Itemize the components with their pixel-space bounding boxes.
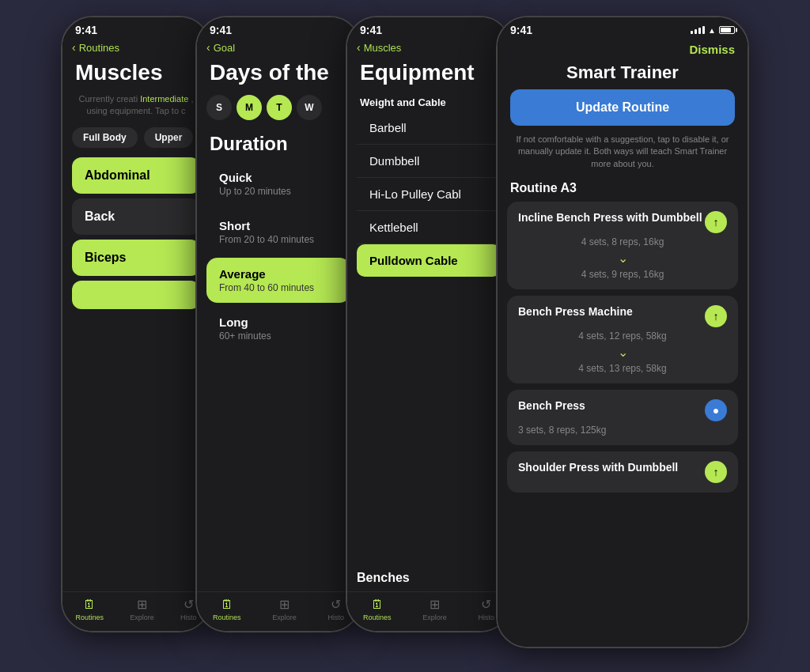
tab-history-2[interactable]: ↺ Histo: [328, 597, 345, 621]
filter-tabs-1: Full Body Upper: [62, 123, 210, 153]
day-sunday[interactable]: S: [206, 95, 232, 120]
tab-routines-1[interactable]: 🗓 Routines: [76, 598, 104, 621]
exercise-badge-3: ●: [705, 399, 727, 421]
duration-short-sub: From 20 to 40 minutes: [219, 234, 338, 245]
exercise-sets-old-1: 4 sets, 8 reps, 16kg: [518, 236, 727, 247]
signal-bar-4: [702, 26, 705, 34]
routines-icon-1: 🗓: [83, 598, 96, 612]
intermediate-highlight: Intermediate: [140, 94, 188, 104]
chevron-icon-2: ‹: [206, 41, 210, 54]
duration-long-sub: 60+ minutes: [219, 330, 338, 342]
duration-quick-name: Quick: [219, 171, 338, 184]
signal-bar-2: [695, 29, 697, 34]
tab-explore-1[interactable]: ⊞ Explore: [130, 597, 154, 621]
exercise-sets-new-2: 4 sets, 13 reps, 58kg: [518, 363, 727, 374]
screenshot-container: 9:41 ‹ Routines Muscles Currently creati…: [0, 0, 810, 672]
muscle-list: Abdominal Back Biceps: [62, 153, 210, 591]
battery-icon-4: [719, 26, 735, 34]
muscle-item-extra[interactable]: [72, 281, 200, 309]
duration-section-title: Duration: [197, 126, 360, 158]
dismiss-button[interactable]: Dismiss: [498, 40, 748, 59]
duration-average[interactable]: Average From 40 to 60 minutes: [206, 258, 350, 303]
exercise-arrow-2: ⌄: [518, 345, 727, 360]
duration-quick-sub: Up to 20 minutes: [219, 186, 338, 197]
time-2: 9:41: [210, 24, 232, 36]
exercise-name-4: Shoulder Press with Dumbbell: [518, 461, 705, 474]
exercise-name-1: Incline Bench Press with Dumbbell: [518, 211, 705, 224]
duration-short-name: Short: [219, 219, 338, 232]
equipment-hilo[interactable]: Hi-Lo Pulley Cabl: [357, 178, 501, 211]
equipment-section-weight: Weight and Cable: [347, 92, 510, 111]
exercise-badge-1: ↑: [705, 211, 727, 233]
nav-back-3[interactable]: ‹ Muscles: [347, 40, 510, 57]
exercise-cards: Incline Bench Press with Dumbbell ↑ 4 se…: [498, 202, 748, 647]
subtitle-text-1: Currently creati: [79, 94, 138, 104]
exercise-card-1[interactable]: Incline Bench Press with Dumbbell ↑ 4 se…: [507, 202, 738, 289]
muscle-item-back[interactable]: Back: [72, 198, 200, 235]
equipment-pulldown[interactable]: Pulldown Cable: [357, 244, 501, 277]
explore-icon-2: ⊞: [279, 597, 290, 612]
update-routine-button[interactable]: Update Routine: [510, 89, 735, 126]
routines-icon-3: 🗓: [371, 598, 384, 612]
duration-short[interactable]: Short From 20 to 40 minutes: [206, 210, 350, 255]
modal-subtitle: If not comfortable with a suggestion, ta…: [498, 134, 748, 178]
equipment-weight-list: Barbell Dumbbell Hi-Lo Pulley Cabl Kettl…: [347, 111, 510, 564]
duration-quick[interactable]: Quick Up to 20 minutes: [206, 161, 350, 206]
muscle-item-biceps[interactable]: Biceps: [72, 240, 200, 276]
tab-history-3[interactable]: ↺ Histo: [479, 597, 495, 621]
screen-equipment: 9:41 ‹ Muscles Equipment Weight and Cabl…: [347, 17, 510, 631]
status-bar-2: 9:41: [197, 17, 360, 40]
status-icons-4: ▲: [691, 26, 735, 35]
nav-back-1[interactable]: ‹ Routines: [62, 40, 210, 57]
equipment-dumbbell[interactable]: Dumbbell: [357, 145, 501, 178]
status-bar-4: 9:41 ▲: [498, 17, 748, 40]
tab-history-label-2: Histo: [328, 613, 345, 621]
routines-icon-2: 🗓: [221, 598, 233, 612]
tab-bar-2: 🗓 Routines ⊞ Explore ↺ Histo: [197, 591, 360, 631]
day-tuesday[interactable]: T: [267, 95, 292, 120]
duration-average-name: Average: [219, 267, 338, 281]
explore-icon-1: ⊞: [137, 597, 147, 612]
exercise-sets-single-3: 3 sets, 8 reps, 125kg: [518, 425, 727, 436]
muscle-item-abdominal[interactable]: Abdominal: [72, 157, 200, 194]
status-bar-1: 9:41: [62, 17, 210, 40]
exercise-card-4[interactable]: Shoulder Press with Dumbbell ↑: [507, 451, 738, 493]
signal-bar-3: [698, 28, 701, 34]
exercise-sets-old-2: 4 sets, 12 reps, 58kg: [518, 330, 727, 342]
exercise-card-2[interactable]: Bench Press Machine ↑ 4 sets, 12 reps, 5…: [507, 296, 738, 383]
equipment-kettlebell[interactable]: Kettlebell: [357, 211, 501, 244]
exercise-badge-4: ↑: [705, 461, 727, 483]
exercise-badge-2: ↑: [705, 305, 727, 327]
nav-back-label-1: Routines: [79, 42, 119, 54]
filter-tab-upper[interactable]: Upper: [144, 127, 194, 148]
equipment-barbell[interactable]: Barbell: [357, 111, 501, 145]
exercise-card-4-header: Shoulder Press with Dumbbell ↑: [518, 461, 727, 483]
duration-long[interactable]: Long 60+ minutes: [206, 306, 350, 351]
equipment-section-benches: Benches: [347, 564, 510, 588]
exercise-card-3[interactable]: Bench Press ● 3 sets, 8 reps, 125kg: [507, 390, 738, 445]
signal-bar-1: [691, 31, 693, 34]
exercise-card-1-header: Incline Bench Press with Dumbbell ↑: [518, 211, 727, 233]
exercise-sets-new-1: 4 sets, 9 reps, 16kg: [518, 269, 727, 280]
time-4: 9:41: [510, 24, 532, 36]
filter-tab-fullbody[interactable]: Full Body: [72, 127, 138, 148]
chevron-icon-3: ‹: [357, 41, 361, 54]
status-bar-3: 9:41: [347, 17, 510, 40]
duration-average-sub: From 40 to 60 minutes: [219, 282, 338, 293]
nav-back-2[interactable]: ‹ Goal: [197, 40, 360, 57]
duration-long-name: Long: [219, 315, 338, 329]
day-wednesday[interactable]: W: [297, 95, 322, 120]
tab-routines-2[interactable]: 🗓 Routines: [213, 598, 241, 621]
tab-routines-3[interactable]: 🗓 Routines: [363, 598, 392, 621]
tab-history-1[interactable]: ↺ Histo: [180, 597, 197, 621]
phone-duration: 9:41 ‹ Goal Days of the S M T W Duration…: [195, 16, 361, 632]
tab-routines-label-3: Routines: [363, 613, 392, 621]
history-icon-1: ↺: [184, 597, 194, 612]
day-monday[interactable]: M: [237, 95, 262, 120]
tab-explore-2[interactable]: ⊞ Explore: [272, 597, 297, 621]
exercise-card-3-header: Bench Press ●: [518, 399, 727, 421]
history-icon-3: ↺: [481, 597, 491, 612]
routine-label: Routine A3: [498, 178, 748, 202]
tab-explore-3[interactable]: ⊞ Explore: [422, 597, 447, 621]
phone-muscles: 9:41 ‹ Routines Muscles Currently creati…: [61, 16, 211, 632]
